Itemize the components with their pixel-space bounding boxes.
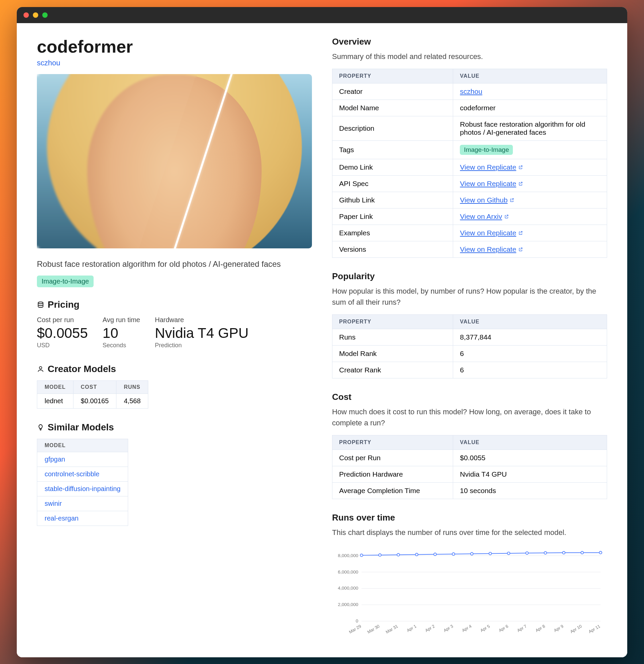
page-content: codeformer sczhou Robust face restoratio… <box>17 23 627 657</box>
table-row: TagsImage-to-Image <box>333 141 607 159</box>
svg-text:Apr 1: Apr 1 <box>406 624 417 633</box>
svg-text:4,000,000: 4,000,000 <box>338 585 358 590</box>
similar-model-link[interactable]: controlnet-scribble <box>37 467 128 482</box>
overview-external-link[interactable]: View on Replicate <box>460 245 523 253</box>
overview-subtext: Summary of this model and related resour… <box>332 51 607 62</box>
svg-text:Apr 10: Apr 10 <box>569 624 583 634</box>
svg-point-39 <box>599 551 602 554</box>
similar-model-link[interactable]: real-esrgan <box>37 511 128 526</box>
external-link-icon <box>504 214 509 219</box>
svg-text:Mar 29: Mar 29 <box>348 624 362 635</box>
overview-external-link[interactable]: View on Replicate <box>460 180 523 188</box>
overview-external-link[interactable]: View on Replicate <box>460 229 523 237</box>
pricing-time-label: Avg run time <box>103 316 140 324</box>
similar-model-link[interactable]: stable-diffusion-inpainting <box>37 482 128 496</box>
model-tag[interactable]: Image-to-Image <box>37 275 94 287</box>
user-icon <box>37 365 44 373</box>
pricing-time: Avg run time 10 Seconds <box>103 316 140 349</box>
pricing-cost-unit: USD <box>37 342 88 349</box>
table-row: Prediction HardwareNvidia T4 GPU <box>333 466 607 482</box>
creator-models-col-cost: COST <box>73 381 116 394</box>
overview-prop: Tags <box>333 141 453 159</box>
val-cell: 6 <box>453 362 607 378</box>
window-maximize-button[interactable] <box>42 13 48 18</box>
svg-point-38 <box>581 551 584 554</box>
svg-point-29 <box>415 553 418 556</box>
table-row: API SpecView on Replicate <box>333 175 607 192</box>
similar-model-link[interactable]: gfpgan <box>37 452 128 467</box>
overview-prop: Github Link <box>333 192 453 208</box>
table-row: Demo LinkView on Replicate <box>333 159 607 175</box>
overview-prop: Model Name <box>333 100 453 116</box>
table-row: VersionsView on Replicate <box>333 241 607 257</box>
table-row: real-esrgan <box>37 511 128 526</box>
overview-prop: API Spec <box>333 175 453 192</box>
bulb-icon <box>37 424 44 431</box>
overview-table: PROPERTY VALUE CreatorsczhouModel Nameco… <box>332 69 607 258</box>
overview-external-link[interactable]: View on Github <box>460 196 514 204</box>
runs-subtext: This chart displays the number of runs o… <box>332 527 607 538</box>
window-close-button[interactable] <box>23 13 29 18</box>
cost-subtext: How much does it cost to run this model?… <box>332 406 607 428</box>
svg-point-35 <box>526 552 528 554</box>
svg-text:Mar 31: Mar 31 <box>385 624 399 635</box>
coins-icon <box>37 301 44 308</box>
creator-models-heading-text: Creator Models <box>48 364 116 374</box>
overview-prop: Demo Link <box>333 159 453 175</box>
svg-text:Apr 4: Apr 4 <box>461 624 472 633</box>
overview-tag[interactable]: Image-to-Image <box>460 145 513 155</box>
overview-val-header: VALUE <box>453 69 607 83</box>
pricing-heading: Pricing <box>37 299 312 310</box>
external-link-icon <box>518 165 523 170</box>
pricing-heading-text: Pricing <box>48 299 80 310</box>
popularity-heading: Popularity <box>332 271 607 282</box>
table-row: gfpgan <box>37 452 128 467</box>
pricing-cost-value: $0.0055 <box>37 325 88 341</box>
pricing-hw-label: Hardware <box>155 316 248 324</box>
svg-text:Apr 9: Apr 9 <box>553 624 564 633</box>
creator-link[interactable]: sczhou <box>37 59 60 67</box>
cost-val-header: VALUE <box>453 435 607 450</box>
svg-text:8,000,000: 8,000,000 <box>338 553 358 558</box>
table-row: Cost per Run$0.0055 <box>333 450 607 466</box>
overview-value: codeformer <box>460 104 496 111</box>
window-minimize-button[interactable] <box>33 13 38 18</box>
popularity-val-header: VALUE <box>453 314 607 329</box>
model-title: codeformer <box>37 37 312 57</box>
overview-prop: Paper Link <box>333 208 453 225</box>
cost-prop-header: PROPERTY <box>333 435 453 450</box>
creator-models-table: MODEL COST RUNS lednet$0.001654,568 <box>37 380 148 409</box>
table-row: Creatorsczhou <box>333 83 607 100</box>
prop-cell: Average Completion Time <box>333 482 453 499</box>
table-row: Github LinkView on Github <box>333 192 607 208</box>
table-row: Paper LinkView on Arxiv <box>333 208 607 225</box>
svg-text:Apr 11: Apr 11 <box>588 624 601 634</box>
similar-models-col: MODEL <box>37 439 128 452</box>
popularity-table: PROPERTY VALUE Runs8,377,844Model Rank6C… <box>332 314 607 378</box>
svg-point-34 <box>507 552 510 554</box>
pricing-time-value: 10 <box>103 325 140 341</box>
overview-external-link[interactable]: View on Arxiv <box>460 212 509 221</box>
table-row: Runs8,377,844 <box>333 329 607 345</box>
overview-prop: Versions <box>333 241 453 257</box>
popularity-prop-header: PROPERTY <box>333 314 453 329</box>
popularity-subtext: How popular is this model, by number of … <box>332 286 607 308</box>
creator-model-name[interactable]: lednet <box>37 394 74 409</box>
val-cell: 8,377,844 <box>453 329 607 345</box>
svg-text:2,000,000: 2,000,000 <box>338 602 358 607</box>
table-row: controlnet-scribble <box>37 467 128 482</box>
overview-external-link[interactable]: View on Replicate <box>460 163 523 171</box>
table-row: Model Namecodeformer <box>333 100 607 116</box>
similar-model-link[interactable]: swinir <box>37 496 128 511</box>
creator-model-cost: $0.00165 <box>73 394 116 409</box>
pricing-hw-value: Nvidia T4 GPU <box>155 325 248 341</box>
similar-models-table: MODEL gfpgancontrolnet-scribblestable-di… <box>37 439 128 526</box>
overview-link[interactable]: sczhou <box>460 87 482 96</box>
titlebar <box>17 7 627 23</box>
svg-point-28 <box>397 553 400 556</box>
svg-text:Apr 3: Apr 3 <box>443 624 454 633</box>
runs-chart-svg: 02,000,0004,000,0006,000,0008,000,000Mar… <box>332 548 607 642</box>
svg-text:0: 0 <box>356 618 358 623</box>
overview-prop: Creator <box>333 83 453 100</box>
overview-prop-header: PROPERTY <box>333 69 453 83</box>
